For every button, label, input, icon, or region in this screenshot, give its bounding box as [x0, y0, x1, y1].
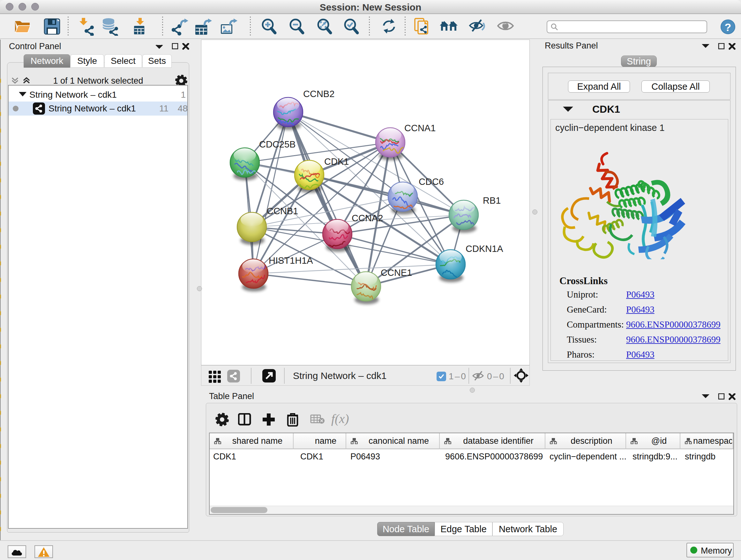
svg-text:CCNB1: CCNB1	[267, 206, 298, 216]
svg-text:CCNE1: CCNE1	[381, 267, 412, 278]
svg-text:CDC25B: CDC25B	[259, 139, 295, 149]
svg-text:CDKN1A: CDKN1A	[466, 244, 503, 254]
svg-text:RB1: RB1	[483, 195, 501, 206]
svg-text:HIST1H1A: HIST1H1A	[269, 255, 313, 266]
svg-text:CDC6: CDC6	[419, 177, 444, 187]
svg-text:CCNB2: CCNB2	[303, 89, 334, 99]
svg-text:CDK1: CDK1	[324, 157, 349, 167]
svg-text:CCNA1: CCNA1	[404, 123, 435, 133]
svg-text:CCNA2: CCNA2	[352, 213, 383, 223]
